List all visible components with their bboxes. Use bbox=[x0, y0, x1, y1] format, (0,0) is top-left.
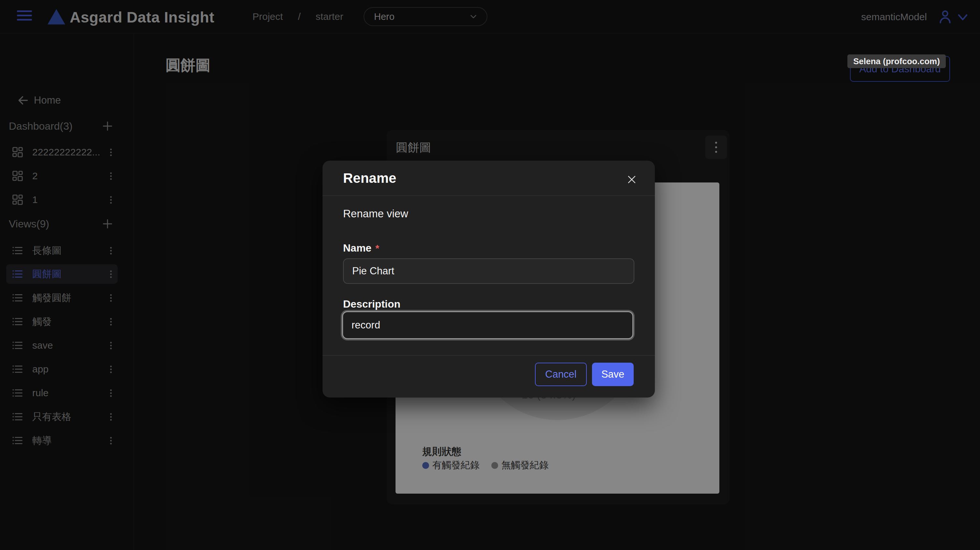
dialog-title: Rename bbox=[343, 170, 396, 186]
close-icon[interactable] bbox=[626, 172, 641, 187]
dialog-subtitle: Rename view bbox=[343, 208, 408, 220]
name-input[interactable] bbox=[343, 258, 634, 284]
description-input[interactable] bbox=[342, 311, 633, 339]
name-field-label: Name* bbox=[343, 242, 379, 254]
save-button[interactable]: Save bbox=[592, 362, 634, 386]
cancel-button[interactable]: Cancel bbox=[535, 362, 587, 386]
dialog-footer-divider bbox=[323, 355, 655, 356]
dialog-header-divider bbox=[323, 196, 655, 196]
description-field-label: Description bbox=[343, 298, 400, 310]
rename-dialog: Rename Rename view Name* Description Can… bbox=[323, 161, 655, 397]
owner-tooltip: Selena (profcoo.com) bbox=[847, 54, 946, 68]
required-asterisk: * bbox=[375, 243, 379, 253]
app-root: Asgard Data Insight Project / starter He… bbox=[0, 0, 980, 550]
